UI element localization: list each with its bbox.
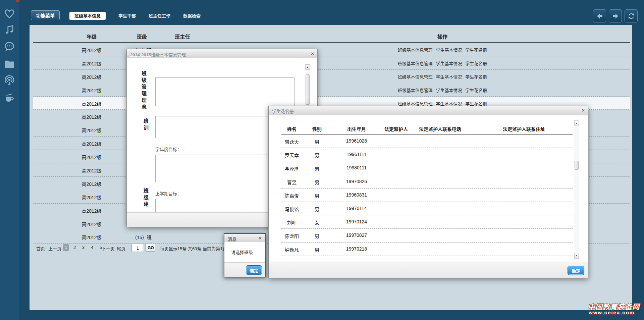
op-class-info-link[interactable]: 班级基本信息管理 <box>398 74 433 79</box>
roster-row[interactable]: 刘叶 女 19970124 <box>281 215 573 229</box>
roster-row[interactable]: 陈嘉俊 男 19960831 <box>281 189 573 202</box>
message-dialog-titlebar[interactable]: 消息 × <box>224 234 265 243</box>
roster-modal-titlebar[interactable]: 学生花名册 × <box>269 106 588 116</box>
scroll-up-icon[interactable]: ▲ <box>574 121 579 126</box>
cell-student-name: 刘叶 <box>278 219 305 226</box>
cell-student-name: 陈龙阳 <box>278 232 305 239</box>
nav-tab[interactable]: 班级基本信息 <box>69 12 106 20</box>
page-first-link[interactable]: 首页 <box>36 245 45 252</box>
arrow-left-icon <box>596 12 604 20</box>
function-menu-button[interactable]: 功能菜单 <box>31 10 60 20</box>
chat-icon[interactable] <box>4 41 15 52</box>
page-last-link[interactable]: 尾页 <box>117 245 125 252</box>
table-row[interactable]: 高2012级 （01）班 班级基本信息管理 学生基本情况 学生花名册 <box>33 43 630 56</box>
op-roster-link[interactable]: 学生花名册 <box>465 61 487 66</box>
header-teacher: 班主任 <box>157 33 208 40</box>
op-roster-link[interactable]: 学生花名册 <box>465 74 487 79</box>
op-student-info-link[interactable]: 学生基本情况 <box>436 48 462 53</box>
page-number[interactable]: 4 <box>89 244 95 251</box>
page-number[interactable]: 2 <box>72 244 77 251</box>
class-info-modal-titlebar[interactable]: 2014-2015班级基本信息管理 × <box>127 49 317 58</box>
philosophy-textarea[interactable] <box>155 77 294 106</box>
op-class-info-link[interactable]: 班级基本信息管理 <box>398 61 433 66</box>
op-roster-link[interactable]: 学生花名册 <box>465 48 487 53</box>
coffee-icon[interactable] <box>4 92 15 103</box>
page-goto-input[interactable] <box>131 244 144 252</box>
roster-modal-footer: 确定 <box>269 262 588 278</box>
message-dialog-footer: 确定 <box>224 262 265 277</box>
nav-tab[interactable]: 数据检索 <box>183 12 201 20</box>
history-nav <box>593 9 638 22</box>
roster-row[interactable]: 曾跃天 男 19961028 <box>281 135 573 148</box>
cell-student-dob: 19980111 <box>340 165 373 170</box>
message-dialog-body: 请选择班级 <box>224 242 265 263</box>
cell-student-dob: 19970114 <box>340 206 373 211</box>
op-class-info-link[interactable]: 班级基本信息管理 <box>398 48 433 53</box>
roster-header-guardian: 法定监护人 <box>379 125 413 132</box>
sidebar-accent <box>16 0 19 2</box>
cell-student-dob: 19970124 <box>340 219 373 224</box>
philosophy-label: 班级管理理念 <box>140 71 147 116</box>
message-text: 请选择班级 <box>231 249 253 255</box>
roster-row[interactable]: 钟逸凡 男 19970218 <box>281 243 573 256</box>
page-number[interactable]: 3 <box>80 244 86 251</box>
roster-scrollbar[interactable]: ▲ ▼ <box>574 120 579 259</box>
roster-header-row: 姓名 性别 出生年月 法定监护人 法定监护人联系电话 法定监护人联系住址 <box>269 125 588 132</box>
scroll-down-icon[interactable]: ▼ <box>574 253 579 258</box>
op-roster-link[interactable]: 学生花名册 <box>465 88 487 93</box>
close-icon[interactable]: × <box>259 235 262 241</box>
cell-grade: 高2012级 <box>66 207 117 214</box>
cell-grade: 高2012级 <box>66 60 117 67</box>
roster-row[interactable]: 曹昱 男 19970826 <box>281 175 573 189</box>
roster-row[interactable]: 罗天幸 男 19961111 <box>281 148 573 161</box>
header-ops: 操作 <box>375 33 509 40</box>
forward-button[interactable] <box>609 9 622 22</box>
page-go-button[interactable]: GO <box>145 244 155 252</box>
table-row[interactable]: 高2012级 （04）班 班级基本信息管理 学生基本情况 学生花名册 <box>33 83 630 97</box>
cell-grade: 高2012级 <box>66 47 117 53</box>
op-class-info-link[interactable]: 班级基本信息管理 <box>398 88 433 93</box>
refresh-button[interactable] <box>625 9 638 22</box>
cell-student-dob: 19961111 <box>340 152 373 157</box>
table-row[interactable]: 高2012级 （02）班 班级基本信息管理 学生基本情况 学生花名册 <box>33 56 630 70</box>
cell-student-gender: 女 <box>307 219 327 226</box>
op-student-info-link[interactable]: 学生基本情况 <box>436 88 462 93</box>
close-icon[interactable]: × <box>311 51 314 57</box>
scroll-up-icon[interactable]: ▲ <box>305 64 310 70</box>
pagination-info: 每页显示15条 共63条 当前为第1页 <box>160 245 227 252</box>
roster-ok-button[interactable]: 确定 <box>568 266 584 275</box>
tab-bar: 班级基本信息学生干部班主任工作数据检索 <box>69 11 201 20</box>
cell-student-name: 陈嘉俊 <box>278 192 305 199</box>
back-button[interactable] <box>593 9 606 22</box>
op-student-info-link[interactable]: 学生基本情况 <box>436 74 462 79</box>
cell-grade: 高2012级 <box>66 73 117 80</box>
close-icon[interactable]: × <box>582 107 585 113</box>
folder-icon[interactable] <box>4 58 15 70</box>
roster-row[interactable]: 陈龙阳 男 19970827 <box>281 229 573 242</box>
music-icon[interactable] <box>4 24 15 36</box>
op-student-info-link[interactable]: 学生基本情况 <box>436 61 462 66</box>
motto-label: 班训 <box>142 118 149 135</box>
cell-student-dob: 19970827 <box>340 232 373 238</box>
message-ok-button[interactable]: 确定 <box>246 266 262 274</box>
nav-tab[interactable]: 班主任工作 <box>149 12 170 20</box>
page-number[interactable]: 1 <box>63 244 69 251</box>
roster-row[interactable]: 李泽厚 男 19980111 <box>281 161 573 175</box>
semester-goal-label: 上学期目标： <box>155 190 181 197</box>
scrollbar-thumb[interactable] <box>575 161 579 170</box>
roster-row[interactable]: 冯俊铭 男 19970114 <box>281 202 573 215</box>
table-row[interactable]: 高2012级 （03）班 班级基本信息管理 学生基本情况 学生花名册 <box>33 70 630 83</box>
cell-student-gender: 男 <box>307 192 327 199</box>
nav-tab[interactable]: 学生干部 <box>118 12 136 20</box>
cell-student-dob: 19961028 <box>340 138 373 144</box>
scrollbar-thumb[interactable] <box>306 74 310 105</box>
broadcast-icon[interactable] <box>4 75 15 87</box>
year-goal-label: 学年度目标： <box>155 146 181 152</box>
cell-ops: 班级基本信息管理 学生基本情况 学生花名册 <box>375 47 509 53</box>
cell-grade: 高2012级 <box>66 127 117 134</box>
cell-ops: 班级基本信息管理 学生基本情况 学生花名册 <box>375 87 509 93</box>
cell-grade: 高2012级 <box>66 113 117 120</box>
heart-icon[interactable] <box>4 8 15 19</box>
page-next-link[interactable]: 下一页 <box>102 245 115 252</box>
page-prev-link[interactable]: 上一页 <box>48 245 61 252</box>
